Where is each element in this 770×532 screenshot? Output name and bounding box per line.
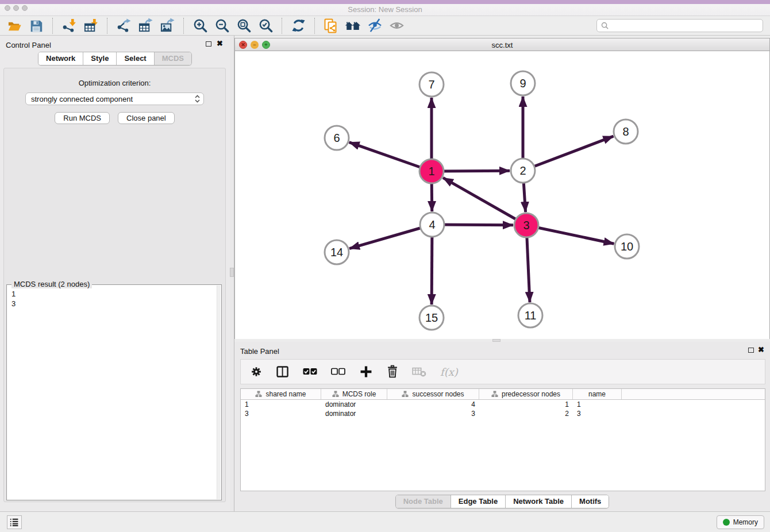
table-row[interactable]: 1dominator411	[241, 400, 765, 409]
zoom-out-button[interactable]	[213, 18, 230, 34]
search-input[interactable]	[611, 22, 759, 30]
export-table-button[interactable]	[137, 18, 154, 34]
cell-name[interactable]: 1	[573, 400, 622, 408]
settings-gear-icon[interactable]	[250, 365, 263, 378]
cell-predecessor-nodes[interactable]: 2	[479, 410, 573, 418]
node-6[interactable]: 6	[325, 126, 349, 150]
import-table-button[interactable]	[82, 18, 99, 34]
clone-network-icon	[323, 18, 339, 34]
cell-name[interactable]: 3	[573, 410, 622, 418]
table-panel-tabs: Node TableEdge TableNetwork TableMotifs	[395, 495, 610, 508]
node-3[interactable]: 3	[514, 213, 538, 237]
node-14[interactable]: 14	[325, 240, 349, 264]
node-1[interactable]: 1	[419, 159, 444, 183]
node-4[interactable]: 4	[420, 213, 444, 237]
memory-label: Memory	[733, 518, 758, 526]
tab-edge-table[interactable]: Edge Table	[451, 495, 505, 508]
svg-text:11: 11	[525, 309, 537, 322]
add-column-icon[interactable]	[359, 365, 373, 379]
optimization-criterion-select[interactable]: strongly connected component	[25, 92, 204, 105]
tab-mcds[interactable]: MCDS	[154, 52, 191, 65]
table-panel: Table Panel ✖	[234, 342, 770, 511]
node-11[interactable]: 11	[518, 303, 542, 327]
home-icon	[344, 18, 361, 33]
zoom-in-button[interactable]	[191, 18, 209, 34]
clone-network-button[interactable]	[322, 18, 340, 34]
column-header-successor-nodes[interactable]: successor nodes	[387, 389, 479, 399]
cell-shared-name[interactable]: 1	[241, 400, 321, 408]
list-icon	[10, 518, 19, 527]
table-toolbar: f(x)	[240, 359, 765, 384]
network-canvas[interactable]: 1234678910111415	[235, 51, 769, 339]
tab-network[interactable]: Network	[38, 52, 83, 65]
edge-1-6[interactable]	[349, 142, 432, 171]
column-type-icon	[255, 391, 262, 398]
run-mcds-button[interactable]: Run MCDS	[55, 112, 110, 124]
close-panel-icon[interactable]: ✖	[217, 40, 223, 48]
table-panel-title: Table Panel	[240, 347, 279, 356]
cell-shared-name[interactable]: 3	[241, 410, 321, 418]
node-10[interactable]: 10	[615, 234, 639, 259]
node-table: shared nameMCDS rolesuccessor nodesprede…	[240, 388, 765, 491]
edge-2-8[interactable]	[523, 136, 613, 171]
cell-successor-nodes[interactable]: 4	[387, 400, 479, 408]
vertical-splitter[interactable]	[230, 36, 234, 511]
refresh-layout-button[interactable]	[290, 18, 307, 34]
tab-style[interactable]: Style	[83, 52, 116, 65]
import-network-button[interactable]	[60, 18, 78, 34]
deselect-all-icon[interactable]	[331, 367, 346, 377]
window-title: Session: New Session	[0, 5, 770, 14]
edge-3-1[interactable]	[443, 178, 526, 225]
splitter-grip[interactable]	[230, 268, 234, 277]
mcds-result-group: MCDS result (2 nodes) 1 3	[6, 284, 222, 500]
mcds-result-text[interactable]: 1 3	[8, 288, 215, 499]
export-network-button[interactable]	[115, 18, 132, 34]
node-table-header: shared nameMCDS rolesuccessor nodesprede…	[241, 389, 765, 400]
network-window-titlebar[interactable]: ✕ − + scc.txt	[235, 38, 769, 51]
node-15[interactable]: 15	[419, 306, 444, 330]
cell-mcds-role[interactable]: dominator	[321, 410, 387, 418]
command-panel-button[interactable]	[7, 515, 22, 529]
close-table-panel-icon[interactable]: ✖	[758, 346, 764, 354]
mcds-result-scrollbar[interactable]	[217, 286, 221, 499]
column-header-name[interactable]: name	[573, 389, 622, 399]
float-table-panel-icon[interactable]	[748, 348, 754, 353]
column-header-mcds-role[interactable]: MCDS role	[321, 389, 387, 399]
svg-text:3: 3	[523, 219, 529, 232]
delete-column-icon[interactable]	[386, 365, 399, 379]
home-button[interactable]	[344, 18, 361, 34]
import-network-icon	[61, 18, 77, 33]
show-panels-button[interactable]	[388, 18, 405, 34]
tab-network-table[interactable]: Network Table	[505, 495, 571, 508]
column-header-predecessor-nodes[interactable]: predecessor nodes	[479, 389, 573, 399]
cell-predecessor-nodes[interactable]: 1	[479, 400, 573, 408]
node-2[interactable]: 2	[511, 159, 535, 183]
open-session-button[interactable]	[6, 18, 23, 34]
column-header-shared-name[interactable]: shared name	[241, 389, 321, 399]
table-row[interactable]: 3dominator323	[241, 409, 765, 418]
node-8[interactable]: 8	[614, 119, 638, 144]
save-session-button[interactable]	[28, 18, 45, 34]
close-panel-button[interactable]: Close panel	[118, 112, 175, 124]
tab-motifs[interactable]: Motifs	[571, 495, 609, 508]
select-all-checked-icon[interactable]	[303, 367, 318, 377]
cell-successor-nodes[interactable]: 3	[387, 410, 479, 418]
zoom-selected-button[interactable]	[257, 18, 274, 34]
hide-panels-button[interactable]	[366, 18, 383, 34]
edge-3-10[interactable]	[526, 225, 614, 244]
zoom-fit-button[interactable]	[235, 18, 252, 34]
search-icon	[601, 22, 609, 29]
memory-button[interactable]: Memory	[717, 515, 764, 529]
node-7[interactable]: 7	[419, 72, 444, 97]
toolbar-separator	[282, 18, 282, 34]
search-box	[596, 19, 763, 32]
combo-chevrons-icon	[195, 95, 200, 103]
tab-select[interactable]: Select	[116, 52, 153, 65]
float-panel-icon[interactable]	[206, 41, 211, 47]
optimization-criterion-value: strongly connected component	[31, 95, 195, 103]
node-9[interactable]: 9	[511, 71, 535, 95]
export-image-button[interactable]	[159, 18, 176, 34]
show-column-icon[interactable]	[276, 365, 290, 379]
tab-node-table[interactable]: Node Table	[396, 495, 451, 508]
cell-mcds-role[interactable]: dominator	[321, 400, 387, 408]
